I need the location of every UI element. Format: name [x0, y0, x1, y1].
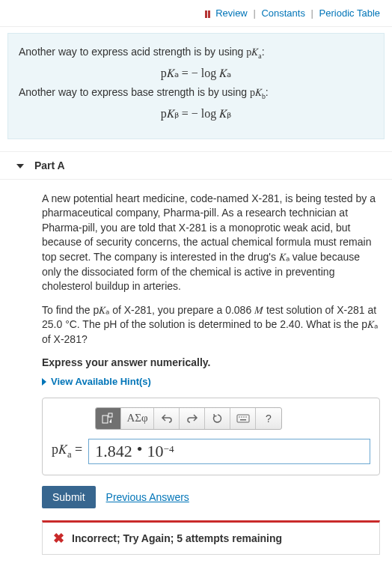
problem-paragraph-1: A new potential heart medicine, code-nam…: [42, 192, 380, 294]
part-a-header[interactable]: Part A: [0, 151, 392, 180]
feedback-text: Incorrect; Try Again; 5 attempts remaini…: [72, 532, 282, 544]
equation-pkb: p𝐾ᵦ = − log 𝐾ᵦ: [19, 106, 373, 121]
answer-line: p𝐾a = 1.842•10−4: [52, 439, 370, 464]
svg-point-5: [243, 416, 245, 418]
constants-link[interactable]: Constants: [261, 7, 305, 19]
svg-point-6: [245, 416, 247, 418]
part-label: Part A: [34, 159, 65, 171]
incorrect-x-icon: ✖: [53, 532, 64, 545]
svg-rect-2: [237, 415, 249, 422]
undo-icon: [161, 413, 173, 424]
top-nav: Review | Constants | Periodic Table: [0, 0, 392, 27]
svg-rect-0: [102, 416, 108, 423]
svg-point-3: [239, 416, 240, 418]
submit-button[interactable]: Submit: [42, 486, 96, 508]
intro-line-2: Another way to express base strength is …: [19, 86, 373, 100]
answer-label: p𝐾a =: [52, 442, 82, 460]
reset-icon: [212, 413, 224, 425]
help-button[interactable]: ?: [256, 408, 281, 429]
keyboard-button[interactable]: [230, 408, 256, 429]
greek-letters-button[interactable]: ΑΣφ: [121, 408, 154, 429]
problem-paragraph-2: To find the p𝐾ₐ of X-281, you prepare a …: [42, 303, 380, 347]
periodic-table-link[interactable]: Periodic Table: [319, 7, 380, 19]
redo-icon: [186, 413, 198, 424]
intro-box: Another way to express acid strength is …: [7, 33, 385, 139]
keyboard-icon: [236, 414, 250, 423]
separator: |: [311, 7, 313, 19]
svg-rect-7: [240, 419, 246, 421]
triangle-right-icon: [42, 378, 46, 386]
template-icon: [102, 413, 115, 425]
separator: |: [253, 7, 255, 19]
review-link[interactable]: Review: [215, 7, 248, 19]
answer-instruction: Express your answer numerically.: [42, 356, 380, 368]
view-hints-link[interactable]: View Available Hint(s): [42, 376, 380, 387]
feedback-box: ✖ Incorrect; Try Again; 5 attempts remai…: [42, 520, 380, 555]
intro-line-1: Another way to express acid strength is …: [19, 46, 373, 60]
redo-button[interactable]: [180, 408, 205, 429]
svg-point-4: [241, 416, 242, 418]
submit-row: Submit Previous Answers: [42, 486, 380, 508]
part-a-body: A new potential heart medicine, code-nam…: [0, 192, 392, 569]
template-picker-button[interactable]: [96, 408, 121, 429]
answer-input[interactable]: 1.842•10−4: [88, 439, 370, 464]
svg-rect-1: [108, 413, 112, 417]
flag-icon: [205, 10, 210, 18]
equation-toolbar: ΑΣφ ?: [95, 407, 282, 430]
caret-down-icon: [16, 164, 24, 168]
undo-button[interactable]: [154, 408, 180, 429]
answer-box: ΑΣφ ? p𝐾a = 1.842•10−4: [42, 398, 380, 475]
previous-answers-link[interactable]: Previous Answers: [106, 491, 189, 503]
equation-pka: p𝐾ₐ = − log 𝐾ₐ: [19, 66, 373, 80]
reset-button[interactable]: [205, 408, 230, 429]
